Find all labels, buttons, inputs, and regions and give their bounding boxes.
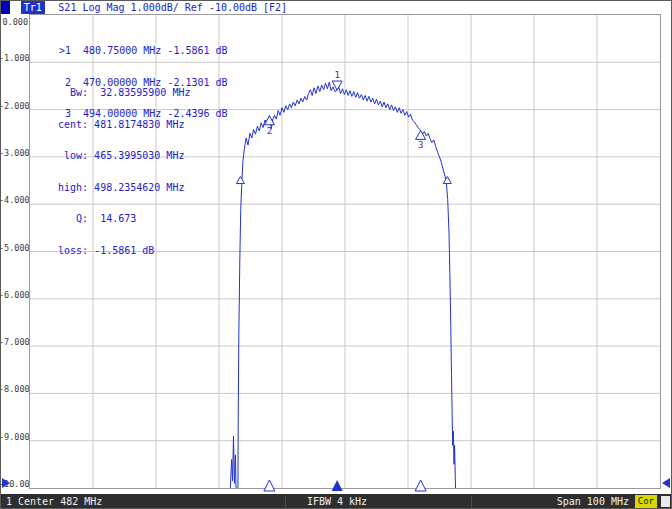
bw-line: Bw: 32.83595900 MHz — [58, 88, 190, 99]
trace-header: Tr1 S21 Log Mag 1.000dB/ Ref -10.00dB [F… — [1, 1, 672, 14]
bandwidth-cutoff-marker-1 — [236, 177, 244, 184]
status-bar: 1 Center 482 MHz IFBW 4 kHz Span 100 MHz… — [1, 494, 672, 509]
y-axis-tick: -6.000 — [0, 290, 28, 300]
y-axis-labels: 0.000-1.000-2.000-3.000-4.000-5.000-6.00… — [1, 1, 29, 496]
marker-stimulus-strip — [30, 479, 660, 493]
bandwidth-analysis-readout: Bw: 32.83595900 MHz cent: 481.8174830 MH… — [58, 67, 190, 277]
y-axis-tick: -7.000 — [0, 337, 28, 347]
bandwidth-cutoff-marker-2 — [443, 177, 451, 184]
channel-number: 1 — [6, 496, 12, 507]
marker-1-stimulus-indicator[interactable] — [332, 480, 343, 491]
span-readout[interactable]: Span 100 MHz — [557, 496, 629, 507]
y-axis-tick: -9.000 — [0, 432, 28, 442]
y-axis-tick: -3.000 — [0, 148, 28, 158]
trace1-settings-text: S21 Log Mag 1.000dB/ Ref -10.00dB [F2] — [58, 1, 287, 14]
center-frequency-readout[interactable]: Center 482 MHz — [18, 496, 102, 507]
low-line: low: 465.3995030 MHz — [58, 151, 190, 162]
marker-2-label: 2 — [267, 126, 272, 136]
cent-line: cent: 481.8174830 MHz — [58, 120, 190, 131]
y-axis-tick: 0.000 — [0, 17, 28, 27]
ifbw-readout: IFBW 4 kHz — [307, 496, 367, 507]
loss-line: loss: -1.5861 dB — [58, 246, 190, 257]
y-axis-tick: -1.000 — [0, 53, 28, 63]
marker-3-stimulus-indicator[interactable] — [415, 480, 426, 491]
plot-area: 123 >1 480.75000 MHz -1.5861 dB 2 470.00… — [29, 14, 661, 489]
marker-2-stimulus-indicator[interactable] — [264, 480, 275, 491]
vna-screen: Tr1 S21 Log Mag 1.000dB/ Ref -10.00dB [F… — [0, 0, 672, 509]
status-corner-indicator — [661, 496, 670, 507]
y-axis-tick: -8.000 — [0, 384, 28, 394]
ref-level-indicator-left — [2, 478, 10, 488]
marker-1-label: 1 — [334, 70, 339, 80]
ref-level-indicator-right — [662, 478, 670, 488]
y-axis-tick: -5.000 — [0, 243, 28, 253]
high-line: high: 498.2354620 MHz — [58, 183, 190, 194]
y-axis-tick: -2.000 — [0, 101, 28, 111]
marker-readout-line-1: >1 480.75000 MHz -1.5861 dB — [59, 46, 228, 57]
marker-3-label: 3 — [418, 140, 423, 150]
y-axis-tick: -4.000 — [0, 195, 28, 205]
q-line: Q: 14.673 — [58, 214, 190, 225]
correction-badge: Cor — [635, 495, 657, 508]
